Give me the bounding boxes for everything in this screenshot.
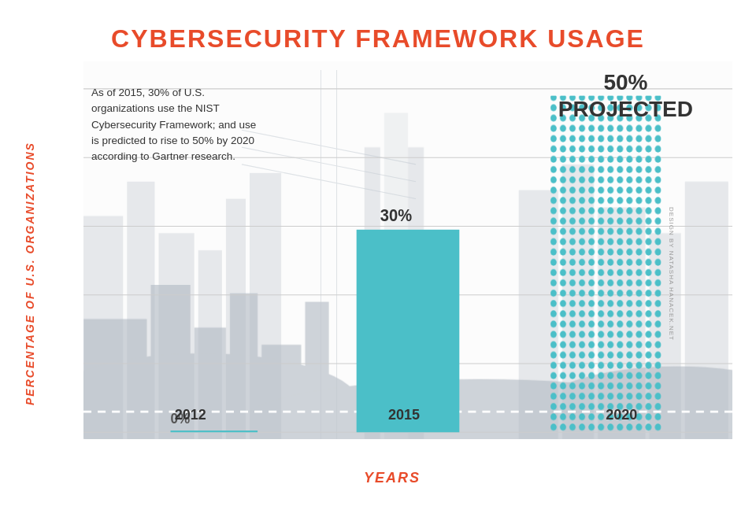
projected-percentage: 50% [558,69,693,96]
svg-rect-42 [171,430,258,432]
svg-rect-44 [357,230,460,432]
x-axis-title-container: YEARS [44,467,740,486]
svg-rect-47 [550,96,662,433]
x-axis-title: YEARS [44,470,740,486]
x-label-2015: 2015 [353,407,455,423]
x-label-2020: 2020 [566,407,676,423]
design-credit: DESIGN BY NATASHA HANACEK.NET [669,207,676,341]
chart-title: CYBERSECURITY FRAMEWORK USAGE [16,10,740,61]
y-axis-label: PERCENTAGE OF U.S. ORGANIZATIONS [16,61,44,486]
annotation-text: As of 2015, 30% of U.S. organizations us… [91,85,265,164]
svg-text:30%: 30% [380,205,413,224]
infographic: CYBERSECURITY FRAMEWORK USAGE PERCENTAGE… [16,10,740,522]
projected-label: 50% PROJECTED [558,69,693,122]
chart-inner: As of 2015, 30% of U.S. organizations us… [44,61,740,486]
projected-text: PROJECTED [558,96,693,123]
chart-area: PERCENTAGE OF U.S. ORGANIZATIONS As of 2… [16,61,740,486]
x-axis-labels: 2012 2015 2020 [83,407,732,423]
x-label-2012: 2012 [139,407,242,423]
